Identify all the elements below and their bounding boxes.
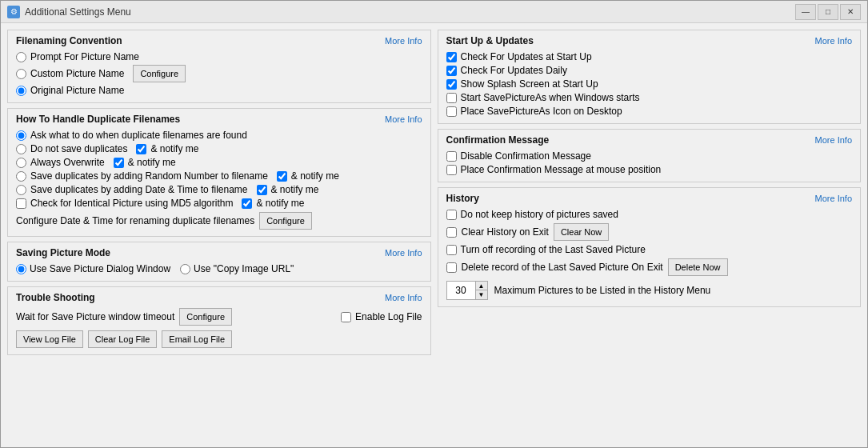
window: ⚙ Additional Settings Menu — □ ✕ Filenam… — [0, 0, 868, 448]
filenaming-options: Prompt For Picture Name Custom Picture N… — [16, 51, 422, 96]
enable-log-row: Enable Log File — [341, 311, 422, 322]
saving-copy-label: Use "Copy Image URL" — [194, 263, 294, 274]
place-icon-checkbox[interactable] — [446, 106, 457, 117]
dup-md5-label: Check for Identical Picture using MD5 al… — [30, 198, 233, 209]
turn-off-recording-label: Turn off recording of the Last Saved Pic… — [461, 244, 646, 255]
dup-overwrite-item: Always Overwrite & notify me — [16, 157, 422, 168]
delete-now-button[interactable]: Delete Now — [668, 258, 728, 276]
startup-check-updates-start: Check For Updates at Start Up — [446, 51, 853, 62]
spinner-down-button[interactable]: ▼ — [476, 290, 487, 299]
dup-overwrite-notify-check[interactable] — [114, 158, 124, 168]
dup-ask-item: Ask what to do when duplicate filenames … — [16, 130, 422, 141]
show-splash-checkbox[interactable] — [446, 79, 457, 90]
trouble-timeout-label: Wait for Save Picture window timeout — [16, 311, 174, 322]
close-button[interactable]: ✕ — [840, 4, 861, 20]
no-history-checkbox[interactable] — [446, 210, 457, 220]
left-panel: Filenaming Convention More Info Prompt F… — [7, 30, 431, 441]
custom-configure-button[interactable]: Configure — [133, 65, 186, 82]
check-updates-start-checkbox[interactable] — [446, 52, 457, 62]
saving-copy-radio[interactable] — [180, 264, 190, 274]
dup-datetime-item: Save duplicates by adding Date & Time to… — [16, 184, 422, 195]
no-history-label: Do not keep history of pictures saved — [461, 209, 618, 220]
trouble-section: Trouble Shooting More Info Wait for Save… — [7, 286, 431, 355]
dup-overwrite-notify-label: & notify me — [128, 157, 176, 168]
clear-exit-checkbox[interactable] — [446, 227, 457, 238]
saving-more-info[interactable]: More Info — [385, 248, 422, 258]
max-pictures-label: Maximum Pictures to be Listed in the His… — [494, 285, 711, 296]
dup-random-label: Save duplicates by adding Random Number … — [30, 170, 268, 182]
dup-ask-radio[interactable] — [16, 130, 26, 141]
saving-section: Saving Picture Mode More Info Use Save P… — [7, 242, 431, 282]
start-windows-checkbox[interactable] — [446, 93, 457, 103]
max-pictures-spinner[interactable]: 30 ▲ ▼ — [446, 281, 488, 300]
filenaming-prompt-radio[interactable] — [16, 52, 26, 62]
filenaming-title: Filenaming Convention — [16, 35, 122, 46]
filenaming-original-label: Original Picture Name — [30, 85, 124, 96]
history-delete-record-row: Delete record of the Last Saved Picture … — [446, 258, 853, 276]
configure-datetime-button[interactable]: Configure — [259, 212, 312, 230]
history-options: Do not keep history of pictures saved Cl… — [446, 209, 853, 300]
email-log-button[interactable]: Email Log File — [162, 330, 232, 348]
dup-random-radio[interactable] — [16, 171, 26, 182]
dup-random-notify-check[interactable] — [277, 171, 287, 182]
clear-log-button[interactable]: Clear Log File — [88, 330, 157, 348]
disable-confirm-checkbox[interactable] — [446, 151, 457, 162]
view-log-button[interactable]: View Log File — [16, 330, 83, 348]
spinner-value: 30 — [447, 282, 475, 299]
history-header: History More Info — [446, 193, 853, 204]
check-updates-daily-label: Check For Updates Daily — [461, 65, 567, 76]
dup-md5-notify-check[interactable] — [242, 198, 252, 209]
configure-datetime-label: Configure Date & Time for renaming dupli… — [16, 215, 254, 226]
start-windows-label: Start SavePictureAs when Windows starts — [461, 92, 640, 103]
dup-datetime-radio[interactable] — [16, 185, 26, 195]
place-icon-label: Place SavePictureAs Icon on Desktop — [461, 106, 622, 117]
maximize-button[interactable]: □ — [818, 4, 838, 20]
duplicates-options: Ask what to do when duplicate filenames … — [16, 130, 422, 209]
trouble-title: Trouble Shooting — [16, 292, 95, 303]
dup-overwrite-radio[interactable] — [16, 158, 26, 168]
spinner-up-button[interactable]: ▲ — [476, 282, 487, 290]
trouble-configure-button[interactable]: Configure — [179, 308, 232, 326]
filenaming-original-radio[interactable] — [16, 86, 26, 96]
dup-nosave-radio[interactable] — [16, 144, 26, 154]
trouble-timeout-row: Wait for Save Picture window timeout Con… — [16, 308, 422, 326]
trouble-more-info[interactable]: More Info — [385, 293, 422, 302]
dup-nosave-notify-label: & notify me — [150, 143, 198, 154]
max-pictures-row: 30 ▲ ▼ Maximum Pictures to be Listed in … — [446, 281, 853, 300]
dup-datetime-notify-check[interactable] — [257, 185, 267, 195]
dup-datetime-label: Save duplicates by adding Date & Time to… — [30, 184, 248, 195]
duplicates-more-info[interactable]: More Info — [385, 114, 422, 124]
place-confirm-checkbox[interactable] — [446, 165, 457, 175]
dup-nosave-notify-check[interactable] — [136, 144, 146, 154]
filenaming-section: Filenaming Convention More Info Prompt F… — [7, 30, 431, 103]
main-content: Filenaming Convention More Info Prompt F… — [1, 23, 867, 447]
filenaming-custom-radio[interactable] — [16, 69, 26, 79]
place-confirm-label: Place Confirmation Message at mouse posi… — [461, 164, 662, 175]
confirmation-place-item: Place Confirmation Message at mouse posi… — [446, 164, 853, 175]
filenaming-custom-label: Custom Picture Name — [30, 68, 124, 79]
saving-header: Saving Picture Mode More Info — [16, 247, 422, 258]
startup-start-windows: Start SavePictureAs when Windows starts — [446, 92, 853, 103]
window-controls: — □ ✕ — [795, 4, 861, 20]
clear-now-button[interactable]: Clear Now — [554, 223, 609, 241]
saving-dialog-radio[interactable] — [16, 264, 26, 274]
dup-nosave-item: Do not save duplicates & notify me — [16, 143, 422, 154]
minimize-button[interactable]: — — [795, 4, 816, 20]
confirmation-more-info[interactable]: More Info — [815, 135, 852, 145]
delete-record-checkbox[interactable] — [446, 262, 457, 273]
history-more-info[interactable]: More Info — [815, 194, 852, 203]
check-updates-daily-checkbox[interactable] — [446, 66, 457, 76]
saving-dialog-item: Use Save Picture Dialog Window — [16, 263, 170, 274]
duplicates-header: How To Handle Duplicate Filenames More I… — [16, 114, 422, 125]
filenaming-more-info[interactable]: More Info — [385, 36, 422, 46]
dup-datetime-notify-label: & notify me — [271, 184, 319, 195]
turn-off-recording-checkbox[interactable] — [446, 245, 457, 255]
startup-more-info[interactable]: More Info — [815, 36, 852, 46]
filenaming-custom-item: Custom Picture Name Configure — [16, 65, 422, 82]
trouble-log-buttons: View Log File Clear Log File Email Log F… — [16, 330, 422, 348]
check-updates-start-label: Check For Updates at Start Up — [461, 51, 592, 62]
history-turn-off-recording-item: Turn off recording of the Last Saved Pic… — [446, 244, 853, 255]
saving-dialog-label: Use Save Picture Dialog Window — [30, 263, 170, 274]
enable-log-checkbox[interactable] — [341, 312, 351, 322]
dup-md5-check[interactable] — [16, 198, 26, 209]
